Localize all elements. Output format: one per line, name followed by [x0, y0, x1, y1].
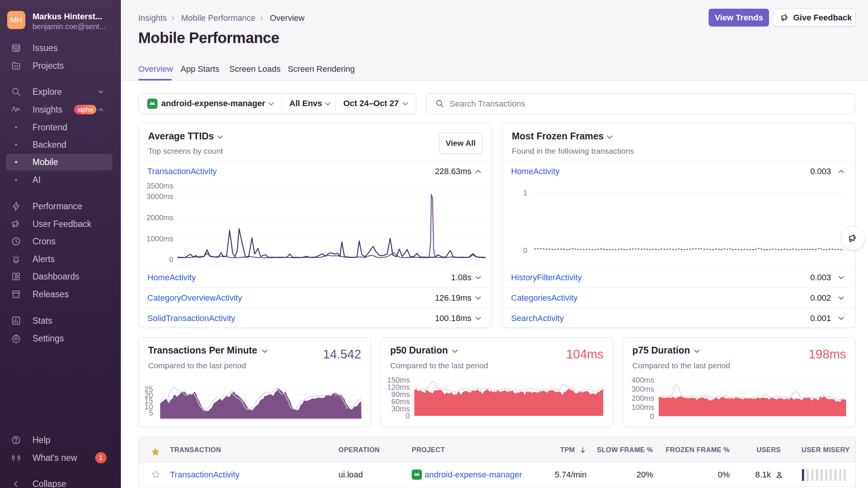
svg-text:0: 0 [169, 255, 173, 264]
svg-text:0: 0 [523, 246, 527, 255]
svg-text:1000ms: 1000ms [147, 235, 173, 243]
svg-text:2000ms: 2000ms [147, 213, 173, 222]
svg-text:3000ms: 3000ms [147, 192, 173, 201]
svg-text:3500ms: 3500ms [147, 182, 173, 190]
svg-text:1: 1 [523, 188, 527, 197]
